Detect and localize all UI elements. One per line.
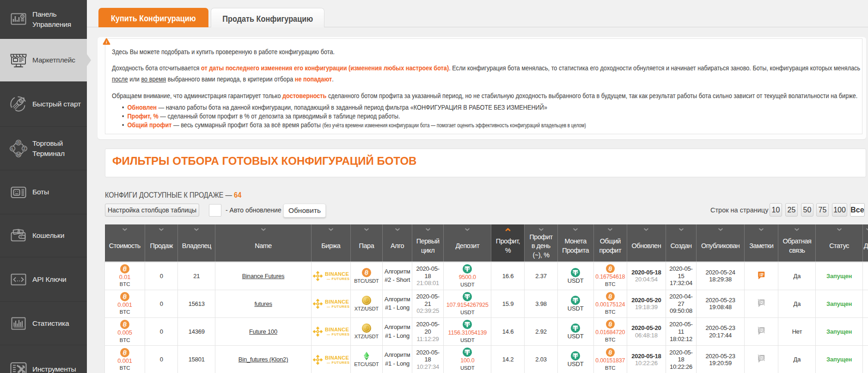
svg-text:M: M [17, 152, 20, 156]
svg-text:Z: Z [23, 146, 25, 150]
svg-text:B: B [17, 140, 20, 145]
svg-text:Ł: Ł [12, 146, 14, 150]
